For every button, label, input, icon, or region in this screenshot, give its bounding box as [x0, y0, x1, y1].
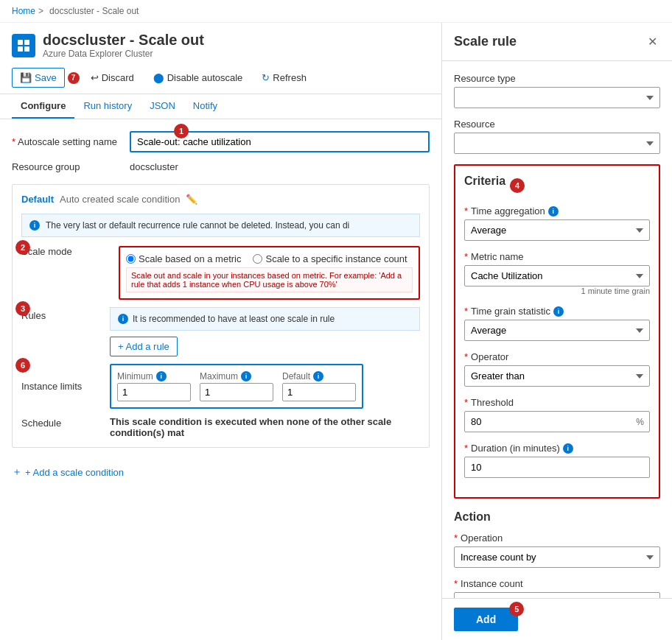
rules-label: Rules	[21, 307, 101, 321]
resource-type-select[interactable]	[454, 87, 660, 108]
time-grain-stat-field: * Time grain statistic i Average	[464, 306, 650, 341]
metric-name-select[interactable]: Cache Utilization	[464, 265, 650, 286]
metric-name-field: * Metric name Cache Utilization 1 minute…	[464, 251, 650, 295]
tab-json[interactable]: JSON	[141, 94, 184, 119]
operator-select[interactable]: Greater than	[464, 365, 650, 387]
criteria-section: Criteria 4 * Time aggregation i Average	[454, 164, 660, 499]
cluster-icon	[12, 34, 35, 57]
default-badge: Default	[21, 194, 54, 205]
toolbar: 💾 Save 7 ↩ Discard ⬤ Disable autoscale ↻…	[0, 62, 441, 94]
badge-4: 4	[510, 178, 525, 193]
edit-icon[interactable]: ✏️	[186, 194, 197, 205]
criteria-header: Criteria 4	[464, 175, 650, 197]
refresh-button[interactable]: ↻ Refresh	[253, 68, 315, 88]
close-button[interactable]: ✕	[645, 32, 660, 52]
add-rule-label: + Add a rule	[118, 341, 169, 352]
operation-select[interactable]: Increase count by	[454, 546, 660, 568]
minimum-input[interactable]	[117, 383, 191, 401]
badge-1: 1	[174, 124, 189, 138]
resource-label: Resource	[454, 119, 660, 130]
badge-3: 3	[15, 301, 30, 316]
tab-notify[interactable]: Notify	[184, 94, 226, 119]
info-icon-warning: i	[29, 220, 40, 231]
maximum-field: Maximum i	[200, 371, 273, 401]
criteria-title: Criteria	[464, 175, 505, 188]
minimum-field: Minimum i	[117, 371, 191, 401]
add-rule-button[interactable]: + Add a rule	[110, 337, 178, 356]
badge-7: 7	[68, 72, 80, 84]
default-field: Default i	[282, 371, 356, 401]
time-aggregation-field: * Time aggregation i Average	[464, 205, 650, 241]
add-button[interactable]: Add	[454, 608, 518, 631]
right-panel-title: Scale rule	[454, 34, 517, 49]
threshold-input[interactable]	[464, 411, 650, 432]
time-aggregation-select[interactable]: Average	[464, 219, 650, 241]
radio-instance[interactable]: Scale to a specific instance count	[253, 253, 407, 264]
info-icon-grain: i	[553, 306, 564, 317]
duration-input[interactable]	[464, 457, 650, 478]
right-panel: Scale rule ✕ Resource type Resource	[442, 23, 672, 640]
operation-field: * Operation Increase count by	[454, 532, 660, 568]
discard-button[interactable]: ↩ Discard	[83, 68, 142, 88]
autoscale-name-label: * Autoscale setting name	[12, 136, 130, 147]
breadcrumb: Home > docscluster - Scale out	[0, 0, 672, 23]
info-icon-max: i	[241, 371, 251, 381]
metric-hint: 1 minute time grain	[464, 286, 650, 295]
threshold-suffix: %	[636, 417, 644, 427]
right-panel-content: Resource type Resource Criteria 4	[442, 61, 672, 598]
action-section: Action * Operation Increase count by *	[454, 510, 660, 598]
badge-2: 2	[15, 240, 30, 255]
info-icon-rules: i	[118, 314, 128, 324]
autoscale-name-row: * Autoscale setting name	[12, 131, 430, 152]
instance-count-label: * Instance count	[454, 578, 660, 589]
duration-label: * Duration (in minutes) i	[464, 443, 650, 454]
scale-condition-title: Auto created scale condition	[60, 194, 180, 205]
scale-description: Scale out and scale in your instances ba…	[126, 267, 413, 292]
right-panel-header: Scale rule ✕	[442, 23, 672, 61]
badge-5: 5	[509, 602, 524, 616]
tabs: Configure Run history JSON Notify	[0, 94, 441, 119]
page-header: docscluster - Scale out Azure Data Explo…	[0, 23, 441, 59]
default-input[interactable]	[282, 383, 356, 401]
operator-label: * Operator	[464, 351, 650, 362]
schedule-text: This scale condition is executed when no…	[110, 416, 420, 438]
right-panel-footer: Add 5	[442, 598, 672, 640]
duration-field: * Duration (in minutes) i	[464, 443, 650, 478]
instance-count-field: * Instance count	[454, 578, 660, 598]
operator-field: * Operator Greater than	[464, 351, 650, 387]
save-button[interactable]: 💾 Save	[12, 68, 65, 88]
info-icon-def: i	[313, 371, 323, 381]
instance-count-input[interactable]	[454, 592, 660, 598]
scale-mode-label: Scale mode	[21, 246, 110, 257]
add-condition-icon: ＋	[12, 465, 22, 479]
breadcrumb-home[interactable]: Home	[12, 6, 35, 16]
delete-warning: i The very last or default recurrence ru…	[21, 214, 420, 237]
tab-configure[interactable]: Configure	[12, 94, 74, 119]
delete-warning-text: The very last or default recurrence rule…	[46, 220, 349, 231]
scale-condition: Default Auto created scale condition ✏️ …	[12, 184, 430, 448]
schedule-label: Schedule	[21, 416, 101, 429]
threshold-label: * Threshold	[464, 397, 650, 408]
discard-icon: ↩	[91, 72, 99, 83]
refresh-icon: ↻	[262, 72, 270, 83]
action-title: Action	[454, 510, 660, 524]
badge-6: 6	[15, 358, 30, 373]
page-title: docscluster - Scale out	[43, 32, 204, 49]
maximum-input[interactable]	[200, 383, 273, 401]
rules-info: i It is recommended to have at least one…	[110, 307, 420, 331]
metric-name-label: * Metric name	[464, 251, 650, 262]
time-grain-stat-select[interactable]: Average	[464, 320, 650, 341]
instance-limits-label: Instance limits	[21, 381, 101, 392]
tab-run-history[interactable]: Run history	[74, 94, 141, 119]
operation-label: * Operation	[454, 532, 660, 544]
resource-type-field: Resource type	[454, 73, 660, 108]
disable-icon: ⬤	[153, 72, 164, 83]
resource-select[interactable]	[454, 133, 660, 154]
svg-rect-3	[24, 46, 29, 52]
radio-metric[interactable]: Scale based on a metric	[126, 253, 241, 264]
resource-type-label: Resource type	[454, 73, 660, 84]
resource-field: Resource	[454, 119, 660, 154]
add-condition-button[interactable]: ＋ + Add a scale condition	[12, 460, 124, 485]
disable-autoscale-button[interactable]: ⬤ Disable autoscale	[145, 68, 251, 88]
save-icon: 💾	[20, 72, 32, 83]
